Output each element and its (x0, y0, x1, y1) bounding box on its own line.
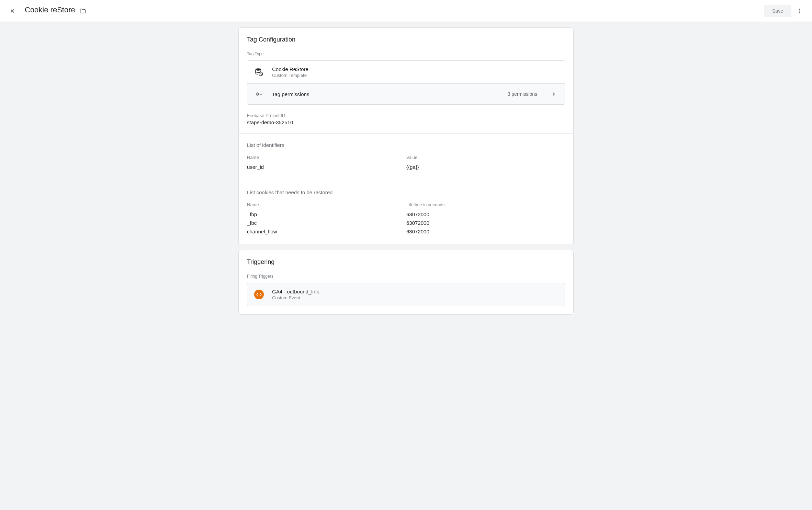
svg-point-2 (799, 9, 800, 10)
cookie-name: _fbc (247, 220, 406, 226)
card-title: Tag Configuration (247, 36, 565, 43)
cookies-col-lifetime: Lifetime in seconds (406, 202, 565, 207)
cookie-name: _fbp (247, 211, 406, 217)
cookie-name: channel_flow (247, 229, 406, 234)
key-icon (254, 89, 264, 99)
permissions-label: Tag permissions (272, 91, 499, 97)
more-menu-icon[interactable] (796, 7, 804, 15)
folder-icon[interactable] (79, 8, 86, 14)
identifier-value: {{ga}} (406, 164, 565, 170)
svg-point-5 (256, 68, 261, 71)
tag-type-name: Cookie ReStore (272, 66, 308, 72)
table-row: _fbc 63072000 (247, 219, 565, 227)
cookies-title: List cookies that needs to be restored (247, 189, 565, 195)
divider (239, 181, 573, 181)
database-restore-icon (254, 67, 264, 77)
firing-triggers-label: Firing Triggers (247, 274, 565, 279)
tag-type-label: Tag Type (247, 51, 565, 56)
cookie-lifetime: 63072000 (406, 211, 565, 217)
firebase-project-field: Firebase Project ID stape-demo-352510 (247, 113, 565, 125)
triggering-card: Triggering Firing Triggers GA4 - outboun… (238, 250, 574, 315)
table-row: _fbp 63072000 (247, 210, 565, 219)
identifiers-col-value: Value (406, 155, 565, 160)
cookie-lifetime: 63072000 (406, 220, 565, 226)
cookies-table: Name Lifetime in seconds _fbp 63072000 _… (247, 202, 565, 236)
chevron-right-icon (550, 90, 558, 98)
tag-type-row[interactable]: Cookie ReStore Custom Template (247, 61, 565, 83)
trigger-subtitle: Custom Event (272, 295, 319, 300)
permissions-count: 3 permissions (508, 91, 537, 97)
trigger-name: GA4 - outbound_link (272, 289, 319, 294)
save-button[interactable]: Save (764, 5, 791, 17)
firebase-label: Firebase Project ID (247, 113, 565, 118)
custom-event-icon (254, 290, 264, 299)
cookie-lifetime: 63072000 (406, 229, 565, 234)
tag-configuration-card: Tag Configuration Tag Type Cookie ReStor… (238, 27, 574, 244)
table-row: user_id {{ga}} (247, 163, 565, 171)
svg-point-8 (257, 94, 258, 95)
divider (239, 134, 573, 134)
tag-type-box: Cookie ReStore Custom Template Tag permi… (247, 60, 565, 105)
close-icon[interactable] (8, 7, 16, 15)
svg-point-4 (799, 12, 800, 13)
firebase-value: stape-demo-352510 (247, 119, 565, 125)
identifiers-title: List of identifiers (247, 142, 565, 148)
tag-permissions-row[interactable]: Tag permissions 3 permissions (247, 83, 565, 104)
identifiers-table: Name Value user_id {{ga}} (247, 155, 565, 171)
header-bar: Cookie reStore Save (0, 0, 812, 22)
svg-point-3 (799, 10, 800, 11)
table-row: channel_flow 63072000 (247, 227, 565, 236)
card-title: Triggering (247, 258, 565, 266)
identifiers-col-name: Name (247, 155, 406, 160)
page-title[interactable]: Cookie reStore (25, 5, 75, 16)
cookies-col-name: Name (247, 202, 406, 207)
trigger-row[interactable]: GA4 - outbound_link Custom Event (247, 283, 565, 306)
identifier-name: user_id (247, 164, 406, 170)
tag-type-subtitle: Custom Template (272, 73, 308, 78)
